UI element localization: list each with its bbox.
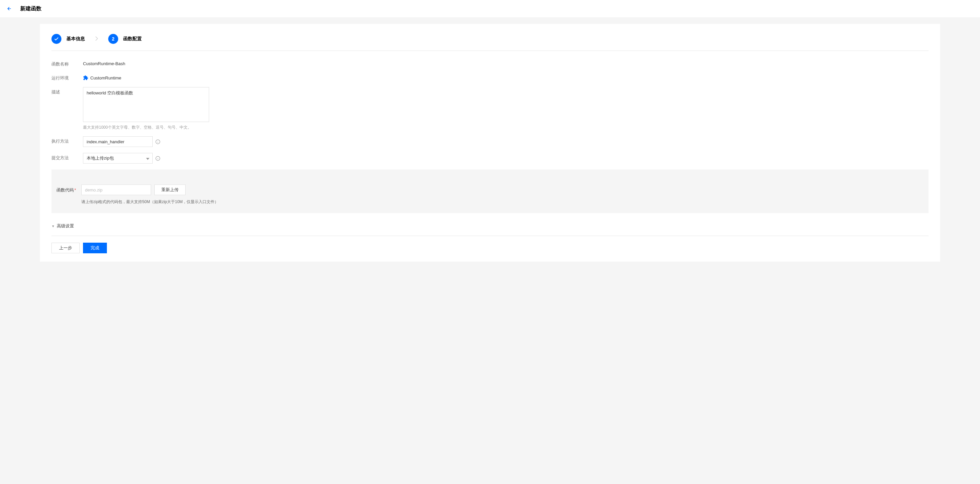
back-button[interactable] bbox=[6, 6, 12, 11]
check-icon bbox=[54, 36, 59, 42]
runtime-text: CustomRuntime bbox=[90, 75, 121, 80]
reupload-button[interactable]: 重新上传 bbox=[154, 184, 186, 195]
code-label: 函数代码* bbox=[56, 184, 81, 193]
stepper: 基本信息 2 函数配置 bbox=[51, 34, 929, 51]
footer-divider bbox=[51, 236, 929, 236]
function-name-row: 函数名称 CustomRuntime-Bash bbox=[51, 59, 929, 67]
submit-method-row: 提交方法 本地上传zip包 bbox=[51, 153, 929, 163]
collapse-triangle-icon: ▼ bbox=[51, 224, 55, 228]
runtime-value: CustomRuntime bbox=[83, 73, 121, 80]
handler-row: 执行方法 bbox=[51, 136, 929, 147]
description-label: 描述 bbox=[51, 87, 83, 95]
code-file-input[interactable]: demo.zip bbox=[81, 184, 151, 195]
step-1-label: 基本信息 bbox=[67, 36, 85, 42]
function-name-label: 函数名称 bbox=[51, 59, 83, 67]
required-indicator: * bbox=[74, 187, 76, 192]
description-input[interactable] bbox=[83, 87, 209, 122]
footer-buttons: 上一步 完成 bbox=[51, 243, 929, 253]
submit-method-info-icon[interactable] bbox=[155, 156, 160, 161]
function-name-value: CustomRuntime-Bash bbox=[83, 59, 125, 66]
runtime-label: 运行环境 bbox=[51, 73, 83, 81]
runtime-row: 运行环境 CustomRuntime bbox=[51, 73, 929, 81]
step-chevron-icon bbox=[95, 36, 98, 42]
prev-button[interactable]: 上一步 bbox=[51, 243, 80, 253]
submit-method-value: 本地上传zip包 bbox=[87, 155, 114, 161]
puzzle-icon bbox=[83, 75, 88, 80]
main-container: 基本信息 2 函数配置 函数名称 CustomRuntime-Bash 运行环境 bbox=[0, 17, 980, 268]
form-card: 基本信息 2 函数配置 函数名称 CustomRuntime-Bash 运行环境 bbox=[40, 24, 940, 262]
advanced-settings-label: 高级设置 bbox=[57, 223, 74, 229]
submit-method-label: 提交方法 bbox=[51, 153, 83, 161]
handler-label: 执行方法 bbox=[51, 136, 83, 144]
advanced-settings-toggle[interactable]: ▼ 高级设置 bbox=[51, 218, 929, 234]
code-section: 函数代码* demo.zip 重新上传 请上传zip格式的代码包，最大支持50M… bbox=[51, 169, 929, 213]
description-hint: 最大支持1000个英文字母、数字、空格、逗号、句号、中文。 bbox=[83, 125, 209, 130]
description-row: 描述 最大支持1000个英文字母、数字、空格、逗号、句号、中文。 bbox=[51, 87, 929, 130]
code-hint: 请上传zip格式的代码包，最大支持50M（如果zip大于10M，仅显示入口文件） bbox=[81, 199, 924, 205]
page-title: 新建函数 bbox=[20, 5, 41, 12]
step-2-circle: 2 bbox=[108, 34, 118, 44]
finish-button[interactable]: 完成 bbox=[83, 243, 107, 253]
handler-info-icon[interactable] bbox=[155, 139, 160, 144]
submit-method-select[interactable]: 本地上传zip包 bbox=[83, 153, 153, 163]
handler-input[interactable] bbox=[83, 136, 153, 147]
step-function-config[interactable]: 2 函数配置 bbox=[108, 34, 142, 44]
step-basic-info[interactable]: 基本信息 bbox=[51, 34, 85, 44]
step-1-circle bbox=[51, 34, 61, 44]
step-2-label: 函数配置 bbox=[123, 36, 142, 42]
back-arrow-icon bbox=[6, 6, 12, 11]
divider bbox=[51, 51, 929, 51]
page-header: 新建函数 bbox=[0, 0, 980, 17]
code-file-placeholder: demo.zip bbox=[85, 187, 103, 192]
